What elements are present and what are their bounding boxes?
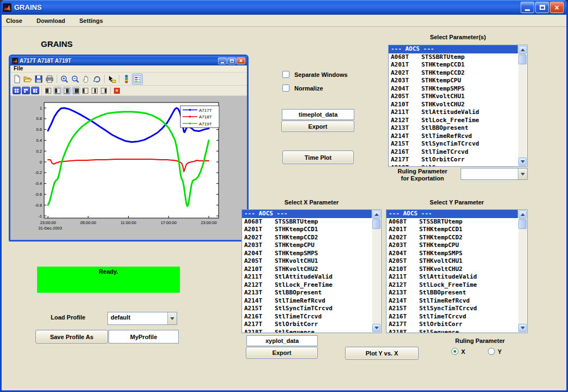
x-parameter-list[interactable]: --- AOCS ---A068TSTSSBRTUtempA201TSTHKte… xyxy=(241,209,382,333)
list-item[interactable]: A217TStlOrbitCorr xyxy=(242,321,372,329)
menu-item-settings[interactable]: Settings xyxy=(80,17,103,24)
list-item[interactable]: A214TStlTimeRefRcvd xyxy=(386,297,518,305)
scrollbar[interactable] xyxy=(518,210,527,332)
view-tool-3-button[interactable] xyxy=(63,87,71,94)
open-folder-button[interactable] xyxy=(22,74,33,85)
figure-maximize-button[interactable] xyxy=(227,57,236,64)
y-parameter-list[interactable]: --- AOCS ---A068TSTSSBRTUtempA201TSTHKte… xyxy=(386,209,528,333)
list-header-aocs[interactable]: --- AOCS --- xyxy=(242,210,372,218)
list-item[interactable]: A210TSTHKvoltCHU2 xyxy=(242,266,372,274)
list-item[interactable]: A214TStlTimeRefRcvd xyxy=(389,132,518,141)
rotate-3d-button[interactable] xyxy=(92,74,102,85)
list-item[interactable]: A216TStlTimeTCrcvd xyxy=(386,313,518,321)
zoom-in-button[interactable] xyxy=(59,74,70,85)
list-item[interactable]: A212TStlLock_FreeTime xyxy=(242,281,372,290)
load-profile-dropdown-button[interactable] xyxy=(167,312,177,324)
ruling-y-radio[interactable] xyxy=(488,348,495,355)
list-item[interactable]: A201TSTHKtempCCD1 xyxy=(242,226,372,234)
scrollbar-down-button[interactable] xyxy=(372,324,380,332)
close-button[interactable]: × xyxy=(550,2,564,13)
list-item[interactable]: A202TSTHKtempCCD2 xyxy=(389,69,518,77)
list-header-aocs[interactable]: --- AOCS --- xyxy=(389,45,518,53)
view-tool-1-button[interactable] xyxy=(44,87,52,94)
list-item[interactable]: A204TSTHKtempSMPS xyxy=(242,250,372,258)
view-tool-6-button[interactable] xyxy=(90,87,99,94)
list-item[interactable]: A214TStlTimeRefRcvd xyxy=(242,297,372,305)
list-item-partial[interactable]: A218TStlSequence xyxy=(242,329,372,333)
list-item[interactable]: A068TSTSSBRTUtemp xyxy=(242,218,372,226)
scrollbar-down-button[interactable] xyxy=(518,158,527,166)
ruling-x-radio[interactable] xyxy=(451,348,458,355)
view-tool-5-button[interactable] xyxy=(81,87,89,94)
time-plot-button[interactable]: Time Plot xyxy=(282,150,354,164)
list-item[interactable]: A211TStlAttitudeValid xyxy=(386,273,518,281)
list-item[interactable]: A212TStlLock_FreeTime xyxy=(389,117,518,125)
ruling-export-dropdown-button[interactable] xyxy=(518,168,527,179)
xyplot-data-field[interactable] xyxy=(246,335,318,346)
list-item-partial[interactable]: A218TStlSequence xyxy=(386,329,518,333)
list-item[interactable]: A202TSTHKtempCCD2 xyxy=(242,234,372,242)
list-item[interactable]: A212TStlLock_FreeTime xyxy=(386,281,518,290)
scrollbar-up-button[interactable] xyxy=(372,210,380,219)
list-item[interactable]: A215TStlSyncTimTCrcvd xyxy=(389,140,518,148)
list-item[interactable]: A068TSTSSBRTUtemp xyxy=(389,53,518,62)
list-item[interactable]: A203TSTHKtempCPU xyxy=(389,77,518,85)
list-item[interactable]: A202TSTHKtempCCD2 xyxy=(386,234,518,242)
window-titlebar[interactable]: GRAINS × xyxy=(0,0,568,15)
view-tool-4-button[interactable] xyxy=(72,87,80,94)
list-item[interactable]: A216TStlTimeTCrcvd xyxy=(389,148,518,156)
scrollbar-thumb[interactable] xyxy=(518,219,527,229)
list-item[interactable]: A210TSTHKvoltCHU2 xyxy=(386,266,518,274)
export-xyplot-button[interactable]: Export xyxy=(246,347,318,359)
grid-tool-3-button[interactable] xyxy=(31,87,39,94)
list-item[interactable]: A211TStlAttitudeValid xyxy=(242,273,372,281)
list-item[interactable]: A201TSTHKtempCCD1 xyxy=(389,61,518,69)
figure-titlebar[interactable]: A717T A718T A719T × xyxy=(10,56,247,65)
scrollbar-down-button[interactable] xyxy=(518,324,527,332)
list-item[interactable]: A203TSTHKtempCPU xyxy=(386,242,518,250)
delete-tool-button[interactable]: × xyxy=(113,87,121,94)
list-item[interactable]: A213TStlBBOpresent xyxy=(242,289,372,297)
list-item[interactable]: A203TSTHKtempCPU xyxy=(242,242,372,250)
list-item[interactable]: A210TSTHKvoltCHU2 xyxy=(389,101,518,109)
ruling-parameter-export-dropdown[interactable] xyxy=(461,168,528,180)
list-item[interactable]: A215TStlSyncTimTCrcvd xyxy=(386,305,518,313)
scrollbar-up-button[interactable] xyxy=(518,46,527,54)
list-item[interactable]: A216TStlTimeTCrcvd xyxy=(242,313,372,321)
list-item[interactable]: A213TStlBBOpresent xyxy=(389,124,518,132)
data-cursor-button[interactable] xyxy=(106,74,117,85)
normalize-checkbox[interactable] xyxy=(282,85,289,92)
parameter-list[interactable]: --- AOCS ---A068TSTSSBRTUtempA201TSTHKte… xyxy=(388,45,528,167)
scrollbar-up-button[interactable] xyxy=(518,210,527,219)
list-item[interactable]: A201TSTHKtempCCD1 xyxy=(386,226,518,234)
legend-toggle-button[interactable] xyxy=(132,74,143,85)
menu-item-download[interactable]: Download xyxy=(37,17,65,24)
list-item[interactable]: A205TSTHKvoltCHU1 xyxy=(389,93,518,101)
scrollbar-thumb[interactable] xyxy=(372,219,380,229)
list-item[interactable]: A205TSTHKvoltCHU1 xyxy=(242,257,372,266)
grid-tool-2-button[interactable] xyxy=(22,87,30,94)
list-item[interactable]: A204TSTHKtempSMPS xyxy=(389,85,518,93)
pan-button[interactable] xyxy=(81,74,92,85)
list-item[interactable]: A211TStlAttitudeValid xyxy=(389,108,518,117)
profile-name-field[interactable] xyxy=(108,330,179,343)
save-button[interactable] xyxy=(33,74,44,85)
list-item[interactable]: A215TStlSyncTimTCrcvd xyxy=(242,305,372,313)
plot-y-vs-x-button[interactable]: Plot Y vs. X xyxy=(345,347,419,360)
load-profile-dropdown[interactable]: default xyxy=(107,312,177,325)
zoom-out-button[interactable] xyxy=(70,74,81,85)
scrollbar[interactable] xyxy=(518,46,527,166)
list-item[interactable]: A217TStlOrbitCorr xyxy=(386,321,518,329)
figure-minimize-button[interactable] xyxy=(218,57,227,64)
view-tool-7-button[interactable] xyxy=(100,87,108,94)
minimize-button[interactable] xyxy=(521,2,534,13)
view-tool-2-button[interactable] xyxy=(53,87,62,94)
grid-tool-1-button[interactable] xyxy=(13,87,21,94)
separate-windows-checkbox[interactable] xyxy=(282,71,289,78)
list-item-partial[interactable]: A218TStlSequence xyxy=(389,164,518,167)
list-item[interactable]: A217TStlOrbitCorr xyxy=(389,156,518,164)
scrollbar-thumb[interactable] xyxy=(518,55,527,64)
plot-canvas[interactable]: 23:00:0005:00:0011:00:0017:00:0023:00:00… xyxy=(10,96,247,240)
save-profile-as-button[interactable]: Save Profile As xyxy=(35,330,108,343)
list-item[interactable]: A204TSTHKtempSMPS xyxy=(386,250,518,258)
